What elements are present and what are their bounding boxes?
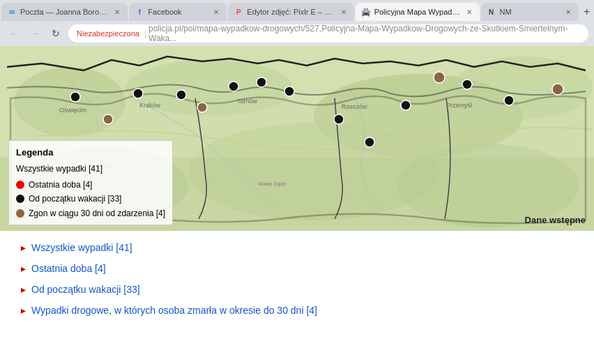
link-vacation[interactable]: Od początku wakacji [33]	[31, 284, 140, 295]
tab-favicon-facebook: f	[135, 7, 144, 17]
list-item: ▸ Od początku wakacji [33]	[21, 284, 573, 295]
svg-point-20	[229, 82, 238, 91]
address-bar-row: ← → ↻ Niezabezpieczona | policja.pl/pol/…	[0, 21, 594, 46]
svg-point-18	[133, 89, 143, 98]
svg-point-26	[462, 79, 472, 89]
svg-point-21	[257, 77, 266, 87]
svg-point-24	[365, 137, 374, 147]
svg-text:Nowy Sącz: Nowy Sącz	[258, 181, 286, 187]
tab-favicon-edytor: P	[234, 7, 243, 17]
svg-text:Kraków: Kraków	[139, 102, 161, 109]
tab-close-facebook[interactable]: ✕	[211, 7, 221, 17]
svg-point-22	[284, 86, 294, 96]
list-item: ▸ Ostatnia doba [4]	[21, 263, 573, 274]
tab-favicon-policyjna: 🚔	[361, 7, 371, 17]
dot-brown	[16, 209, 24, 218]
tab-policyjna[interactable]: 🚔 Policyjna Mapa Wypadków Drog... ✕	[356, 3, 480, 21]
arrow-icon-4: ▸	[21, 305, 26, 316]
link-death-30[interactable]: Wypadki drogowe, w których osoba zmarła …	[31, 305, 317, 316]
tab-label-facebook: Facebook	[148, 8, 208, 16]
new-tab-button[interactable]: +	[580, 3, 594, 21]
legend: Legenda Wszystkie wypadki [41] Ostatnia …	[8, 140, 173, 225]
tab-favicon-nm: N	[487, 7, 496, 17]
tab-close-policyjna[interactable]: ✕	[464, 7, 474, 17]
dot-black	[16, 195, 24, 203]
svg-text:Rzeszów: Rzeszów	[342, 103, 367, 110]
tab-bar: ✉ Poczta — Joanna Boroń — Outlo... ✕ f F…	[0, 0, 594, 21]
dot-red	[16, 181, 24, 189]
legend-all: Wszystkie wypadki [41]	[16, 162, 165, 176]
svg-point-30	[197, 103, 207, 112]
reload-button[interactable]: ↻	[47, 25, 64, 42]
forward-button[interactable]: →	[26, 25, 43, 42]
svg-point-28	[434, 72, 445, 83]
svg-point-29	[552, 84, 563, 95]
tab-close-poczta[interactable]: ✕	[112, 7, 122, 17]
svg-point-19	[176, 90, 186, 100]
svg-point-31	[103, 114, 113, 124]
address-bar[interactable]: Niezabezpieczona | policja.pl/pol/mapa-w…	[68, 24, 588, 43]
legend-vacation: Od początku wakacji [33]	[16, 192, 165, 206]
back-button[interactable]: ←	[6, 25, 22, 42]
arrow-icon-1: ▸	[21, 242, 26, 253]
map-container: Oświęcim Kraków Tarnów Rzeszów Przemyśl …	[0, 46, 594, 231]
list-item: ▸ Wszystkie wypadki [41]	[21, 242, 573, 253]
browser-chrome: ✉ Poczta — Joanna Boroń — Outlo... ✕ f F…	[0, 0, 594, 46]
below-map-section: ▸ Wszystkie wypadki [41] ▸ Ostatnia doba…	[0, 231, 594, 327]
svg-point-27	[504, 96, 514, 105]
dane-wstepne: Dane wstępne	[525, 215, 586, 225]
tab-label-edytor: Edytor zdjęć: Pixlr E – bezpłatne ...	[247, 8, 335, 16]
svg-text:Tarnów: Tarnów	[237, 98, 258, 105]
arrow-icon-3: ▸	[21, 284, 26, 295]
tab-close-nm[interactable]: ✕	[563, 7, 573, 17]
list-item: ▸ Wypadki drogowe, w których osoba zmarł…	[21, 305, 573, 316]
tab-facebook[interactable]: f Facebook ✕	[129, 3, 227, 21]
link-recent[interactable]: Ostatnia doba [4]	[31, 263, 106, 274]
tab-close-edytor[interactable]: ✕	[339, 7, 349, 17]
tab-edytor[interactable]: P Edytor zdjęć: Pixlr E – bezpłatne ... …	[228, 3, 353, 21]
tab-label-nm: NM	[500, 8, 560, 16]
arrow-icon-2: ▸	[21, 263, 26, 274]
address-divider: |	[144, 29, 146, 38]
address-domain: policja.pl/pol/mapa-wypadkow-drogowych/5…	[148, 24, 580, 43]
tab-label-poczta: Poczta — Joanna Boroń — Outlo...	[20, 8, 109, 16]
svg-point-17	[70, 92, 80, 102]
link-list: ▸ Wszystkie wypadki [41] ▸ Ostatnia doba…	[21, 242, 573, 316]
svg-point-25	[401, 100, 411, 110]
tab-poczta[interactable]: ✉ Poczta — Joanna Boroń — Outlo... ✕	[1, 3, 128, 21]
legend-recent: Ostatnia doba [4]	[16, 178, 165, 192]
svg-point-23	[334, 114, 344, 124]
tab-label-policyjna: Policyjna Mapa Wypadków Drog...	[374, 8, 461, 16]
link-all-accidents[interactable]: Wszystkie wypadki [41]	[31, 242, 132, 253]
page-content: Oświęcim Kraków Tarnów Rzeszów Przemyśl …	[0, 46, 594, 364]
security-indicator: Niezabezpieczona	[77, 29, 139, 38]
svg-text:Przemyśl: Przemyśl	[446, 102, 472, 109]
legend-death: Zgon w ciągu 30 dni od zdarzenia [4]	[16, 206, 165, 220]
legend-title: Legenda	[16, 145, 165, 160]
svg-text:Oświęcim: Oświęcim	[59, 107, 86, 114]
tab-nm[interactable]: N NM ✕	[481, 3, 579, 21]
tab-favicon-poczta: ✉	[7, 7, 17, 17]
